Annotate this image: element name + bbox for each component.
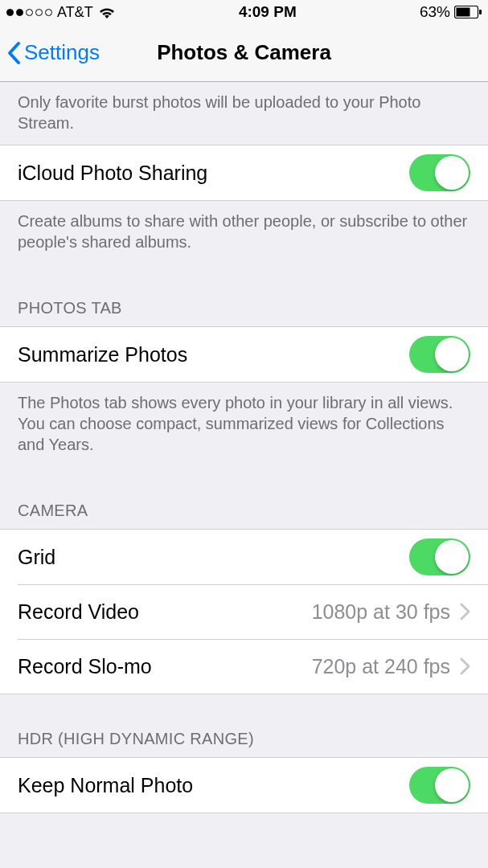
hdr-header: HDR (HIGH DYNAMIC RANGE): [0, 694, 488, 757]
keep-normal-photo-label: Keep Normal Photo: [18, 774, 409, 797]
battery-icon: [454, 6, 482, 18]
record-slomo-value: 720p at 240 fps: [312, 655, 450, 678]
wifi-icon: [98, 6, 116, 19]
signal-strength-icon: [6, 9, 52, 16]
summarize-photos-label: Summarize Photos: [18, 343, 409, 366]
battery-percentage: 63%: [420, 3, 450, 21]
record-video-label: Record Video: [18, 600, 312, 624]
back-label: Settings: [24, 40, 100, 65]
photos-tab-group: Summarize Photos: [0, 326, 488, 383]
icloud-photo-sharing-toggle[interactable]: [409, 154, 470, 191]
icloud-photo-sharing-row[interactable]: iCloud Photo Sharing: [0, 145, 488, 200]
keep-normal-photo-row[interactable]: Keep Normal Photo: [0, 758, 488, 813]
keep-normal-photo-toggle[interactable]: [409, 767, 470, 804]
icloud-photo-sharing-label: iCloud Photo Sharing: [18, 162, 409, 185]
summarize-photos-row[interactable]: Summarize Photos: [0, 327, 488, 382]
status-bar: AT&T 4:09 PM 63%: [0, 0, 488, 24]
photos-tab-footer-text: The Photos tab shows every photo in your…: [0, 383, 488, 466]
carrier-label: AT&T: [57, 4, 93, 21]
content: Only favorite burst photos will be uploa…: [0, 82, 488, 813]
burst-footer-text: Only favorite burst photos will be uploa…: [0, 82, 488, 145]
status-time: 4:09 PM: [239, 3, 297, 21]
grid-label: Grid: [18, 546, 409, 569]
back-button[interactable]: Settings: [0, 40, 100, 65]
svg-rect-1: [456, 8, 470, 17]
hdr-group: Keep Normal Photo: [0, 757, 488, 813]
record-video-row[interactable]: Record Video 1080p at 30 fps: [0, 584, 488, 639]
summarize-photos-toggle[interactable]: [409, 336, 470, 373]
status-right: 63%: [420, 3, 482, 21]
record-video-value: 1080p at 30 fps: [312, 600, 450, 624]
photos-tab-header: PHOTOS TAB: [0, 264, 488, 326]
icloud-sharing-group: iCloud Photo Sharing: [0, 145, 488, 201]
camera-header: CAMERA: [0, 466, 488, 529]
camera-group: Grid Record Video 1080p at 30 fps Record…: [0, 529, 488, 694]
icloud-sharing-footer-text: Create albums to share with other people…: [0, 201, 488, 264]
chevron-right-icon: [460, 657, 470, 675]
chevron-right-icon: [460, 603, 470, 620]
status-left: AT&T: [6, 4, 116, 21]
svg-rect-2: [479, 10, 482, 14]
grid-toggle[interactable]: [409, 538, 470, 575]
record-slomo-label: Record Slo-mo: [18, 655, 312, 678]
nav-header: Settings Photos & Camera: [0, 24, 488, 82]
back-chevron-icon: [6, 41, 21, 65]
record-slomo-row[interactable]: Record Slo-mo 720p at 240 fps: [0, 639, 488, 694]
page-title: Photos & Camera: [157, 40, 331, 65]
grid-row[interactable]: Grid: [0, 530, 488, 584]
